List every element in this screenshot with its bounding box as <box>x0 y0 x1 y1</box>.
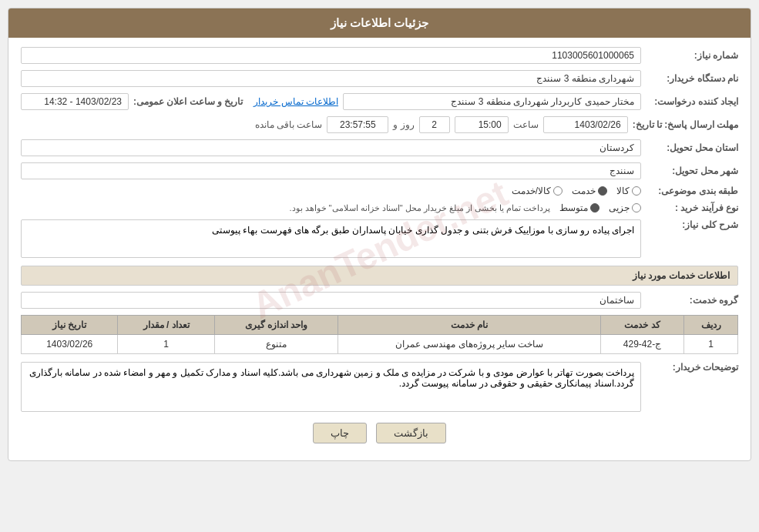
service-group-row: گروه خدمت: ساختمان <box>21 292 738 309</box>
deadline-label: مهلت ارسال پاسخ: تا تاریخ: <box>633 119 738 130</box>
table-header-row: ردیف کد خدمت نام خدمت واحد اندازه گیری ت… <box>22 316 738 335</box>
radio-khedmat-label: خدمت <box>572 186 596 196</box>
remaining-days-label: روز و <box>393 119 414 130</box>
radio-motavsat-icon <box>590 203 599 212</box>
services-table: ردیف کد خدمت نام خدمت واحد اندازه گیری ت… <box>21 315 738 354</box>
col-date: تاریخ نیاز <box>22 316 118 335</box>
province-row: استان محل تحویل: کردستان <box>21 139 738 156</box>
col-name: نام خدمت <box>338 316 601 335</box>
cell-unit: متنوع <box>214 335 338 354</box>
remaining-days: 2 <box>419 116 450 133</box>
back-button[interactable]: بازگشت <box>376 423 446 443</box>
deadline-time-label: ساعت <box>513 119 539 130</box>
col-quantity: تعداد / مقدار <box>118 316 214 335</box>
cell-date: 1403/02/26 <box>22 335 118 354</box>
deadline-time: 15:00 <box>455 116 509 133</box>
province-label: استان محل تحویل: <box>646 142 738 153</box>
table-row: 1ج-42-429ساخت سایر پروژه‌های مهندسی عمرا… <box>22 335 738 354</box>
page-title: جزئیات اطلاعات نیاز <box>331 16 428 29</box>
col-code: کد خدمت <box>601 316 684 335</box>
creator-value: مختار حمیدی کاربردار شهرداری منطقه 3 سنن… <box>343 93 641 110</box>
city-value: سنندج <box>21 162 641 179</box>
category-option-khedmat: خدمت <box>572 186 607 196</box>
cell-code: ج-42-429 <box>601 335 684 354</box>
need-description-textarea[interactable]: اجرای پیاده رو سازی با موزاییک فرش بتنی … <box>21 219 641 258</box>
table-body: 1ج-42-429ساخت سایر پروژه‌های مهندسی عمرا… <box>22 335 738 354</box>
announce-value: 1403/02/23 - 14:32 <box>21 93 129 110</box>
category-option-kala-khedmat: کالا/خدمت <box>512 186 563 196</box>
page-wrapper: جزئیات اطلاعات نیاز AnanTender.net شماره… <box>0 0 759 532</box>
purchase-type-radio-group: جزیی متوسط پرداخت تمام یا بخشی از مبلغ خ… <box>21 202 641 213</box>
service-group-value: ساختمان <box>21 292 641 309</box>
city-row: شهر محل تحویل: سنندج <box>21 162 738 179</box>
need-number-row: شماره نیاز: 1103005601000065 <box>21 47 738 64</box>
category-option-kala: کالا <box>616 186 641 196</box>
col-unit: واحد اندازه گیری <box>214 316 338 335</box>
type-jazii: جزیی <box>609 202 641 213</box>
services-section-title: اطلاعات خدمات مورد نیاز <box>21 266 738 286</box>
cell-row: 1 <box>684 335 738 354</box>
buyer-org-label: نام دستگاه خریدار: <box>646 73 738 84</box>
cell-quantity: 1 <box>118 335 214 354</box>
type-motavsat: متوسط <box>559 202 599 213</box>
radio-jazii-icon <box>632 203 641 212</box>
radio-kala-khedmat-icon <box>553 186 563 196</box>
button-row: بازگشت چاپ <box>21 423 738 451</box>
radio-kala-khedmat-label: کالا/خدمت <box>512 186 551 196</box>
creator-link[interactable]: اطلاعات تماس خریدار <box>254 96 338 107</box>
print-button[interactable]: چاپ <box>313 423 367 443</box>
cell-name: ساخت سایر پروژه‌های مهندسی عمران <box>338 335 601 354</box>
remaining-time-label: ساعت باقی مانده <box>255 119 323 130</box>
col-row: ردیف <box>684 316 738 335</box>
announce-label: تاریخ و ساعت اعلان عمومی: <box>133 96 243 107</box>
card-body: AnanTender.net شماره نیاز: 1103005601000… <box>8 38 751 460</box>
buyer-org-value: شهرداری منطقه 3 سنندج <box>21 70 641 87</box>
buyer-notes-label: توضیحات خریدار: <box>646 362 738 373</box>
radio-khedmat-icon <box>598 186 607 196</box>
province-value: کردستان <box>21 139 641 156</box>
remaining-time: 23:57:55 <box>327 116 388 133</box>
buyer-notes-textarea[interactable]: پرداخت بصورت تهاتر با عوارض مودی و با شر… <box>21 362 641 412</box>
need-description-label: شرح کلی نیاز: <box>646 219 738 230</box>
buyer-notes-row: توضیحات خریدار: پرداخت بصورت تهاتر با عو… <box>21 362 738 412</box>
creator-announce-row: ایجاد کننده درخواست: مختار حمیدی کاربردا… <box>21 93 738 110</box>
deadline-row: مهلت ارسال پاسخ: تا تاریخ: 1403/02/26 سا… <box>21 116 738 133</box>
purchase-type-row: نوع فرآیند خرید : جزیی متوسط پرداخت تمام… <box>21 202 738 213</box>
city-label: شهر محل تحویل: <box>646 166 738 176</box>
category-label: طبقه بندی موضوعی: <box>646 186 738 196</box>
deadline-date: 1403/02/26 <box>543 116 628 133</box>
service-group-label: گروه خدمت: <box>646 295 738 306</box>
main-card: جزئیات اطلاعات نیاز AnanTender.net شماره… <box>8 8 751 461</box>
purchase-type-note: پرداخت تمام یا بخشی از مبلغ خریدار محل "… <box>289 203 550 213</box>
need-number-label: شماره نیاز: <box>646 50 738 61</box>
creator-label: ایجاد کننده درخواست: <box>646 96 738 107</box>
card-header: جزئیات اطلاعات نیاز <box>8 8 751 38</box>
category-radio-group: کالا خدمت کالا/خدمت <box>21 186 641 196</box>
radio-jazii-label: جزیی <box>609 202 630 213</box>
buyer-org-row: نام دستگاه خریدار: شهرداری منطقه 3 سنندج <box>21 70 738 87</box>
need-number-value: 1103005601000065 <box>21 47 641 64</box>
radio-motavsat-label: متوسط <box>559 202 588 213</box>
radio-kala-icon <box>632 186 641 196</box>
radio-kala-label: کالا <box>616 186 630 196</box>
category-row: طبقه بندی موضوعی: کالا خدمت کالا/خدمت <box>21 186 738 196</box>
purchase-type-label: نوع فرآیند خرید : <box>646 202 738 213</box>
need-description-row: شرح کلی نیاز: اجرای پیاده رو سازی با موز… <box>21 219 738 258</box>
table-head: ردیف کد خدمت نام خدمت واحد اندازه گیری ت… <box>22 316 738 335</box>
